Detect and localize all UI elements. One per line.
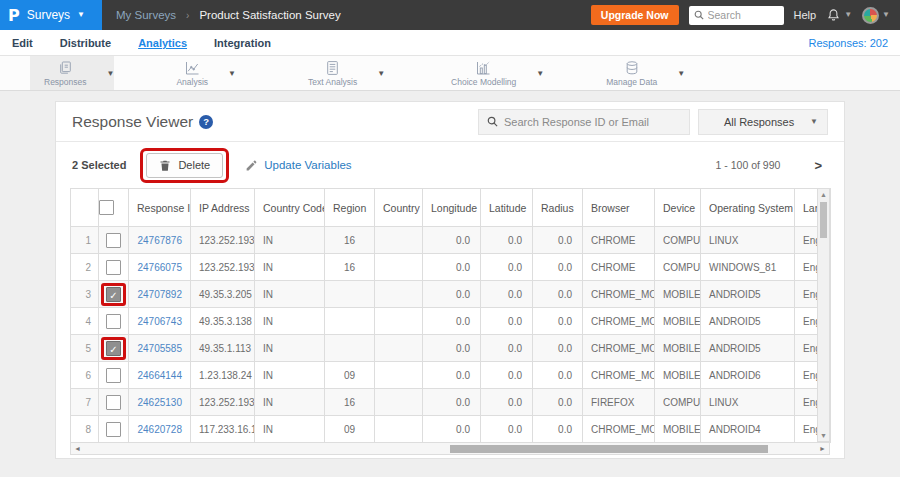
row-number: 1	[71, 227, 99, 254]
row-checkbox[interactable]	[106, 422, 121, 437]
pencil-icon	[245, 159, 258, 172]
account-menu[interactable]: ▼	[862, 7, 890, 24]
help-link[interactable]: Help	[794, 9, 817, 21]
survey-tab-bar: Edit Distribute Analytics Integration Re…	[0, 30, 900, 56]
annotation-highlight-checkbox: ✓	[101, 337, 126, 360]
col-browser[interactable]: Browser	[583, 189, 655, 227]
surveys-menu[interactable]: P Surveys ▼	[0, 0, 102, 30]
col-ip-address[interactable]: IP Address	[191, 189, 255, 227]
radius-cell: 0.0	[533, 281, 583, 308]
table-row: 224766075123.252.193.148IN160.00.00.0CHR…	[71, 254, 831, 281]
col-response-id[interactable]: Response ID	[129, 189, 191, 227]
response-id-link[interactable]: 24705585	[138, 343, 183, 354]
row-number: 6	[71, 362, 99, 389]
col-region[interactable]: Region	[325, 189, 375, 227]
horizontal-scroll-thumb[interactable]	[450, 445, 768, 453]
trash-icon	[159, 159, 171, 172]
response-search[interactable]	[478, 109, 690, 135]
vertical-scrollbar[interactable]: ▲ ▼	[817, 188, 830, 442]
longitude-cell: 0.0	[423, 254, 481, 281]
global-search[interactable]	[689, 6, 784, 25]
ip-address-cell: 123.252.193.148	[191, 227, 255, 254]
col-country-code[interactable]: Country Code	[255, 189, 325, 227]
col-latitude[interactable]: Latitude	[481, 189, 533, 227]
delete-button[interactable]: Delete	[146, 153, 223, 178]
tab-integration[interactable]: Integration	[214, 37, 271, 49]
scroll-right-icon[interactable]: ►	[819, 443, 826, 454]
tab-analytics[interactable]: Analytics	[138, 37, 187, 49]
latitude-cell: 0.0	[481, 308, 533, 335]
response-id-link[interactable]: 24707892	[138, 289, 183, 300]
response-search-input[interactable]	[504, 116, 674, 128]
radius-cell: 0.0	[533, 416, 583, 443]
annotation-highlight-delete: Delete	[140, 148, 229, 183]
responses-filter-dropdown[interactable]: All Responses ▼	[698, 109, 828, 135]
scroll-down-icon[interactable]: ▼	[818, 432, 829, 439]
row-number-header	[71, 189, 99, 227]
radius-cell: 0.0	[533, 362, 583, 389]
pagination-next-icon[interactable]: >	[814, 158, 822, 173]
ip-address-cell: 49.35.1.113	[191, 335, 255, 362]
longitude-cell: 0.0	[423, 389, 481, 416]
manage-data-icon	[624, 60, 640, 76]
annotation-highlight-checkbox: ✓	[101, 283, 126, 306]
row-checkbox[interactable]	[106, 314, 121, 329]
longitude-cell: 0.0	[423, 308, 481, 335]
toolbar-analysis[interactable]: Analysis ▼	[162, 56, 236, 90]
col-device[interactable]: Device	[655, 189, 701, 227]
breadcrumb-my-surveys[interactable]: My Surveys	[116, 9, 176, 21]
browser-cell: CHROME	[583, 227, 655, 254]
row-checkbox[interactable]	[106, 368, 121, 383]
notifications-menu[interactable]: ▼	[826, 8, 852, 23]
response-id-link[interactable]: 24620728	[138, 424, 183, 435]
chevron-down-icon: ▼	[107, 69, 115, 78]
row-checkbox[interactable]	[106, 260, 121, 275]
ip-address-cell: 123.252.193.148	[191, 254, 255, 281]
upgrade-now-button[interactable]: Upgrade Now	[591, 5, 679, 25]
search-icon	[694, 10, 704, 20]
toolbar-text-analysis[interactable]: Text Analysis ▼	[294, 56, 385, 90]
os-cell: ANDROID5	[701, 281, 795, 308]
response-id-link[interactable]: 24625130	[138, 397, 183, 408]
global-search-input[interactable]	[708, 9, 778, 21]
row-checkbox[interactable]	[106, 395, 121, 410]
top-navigation: P Surveys ▼ My Surveys › Product Satisfa…	[0, 0, 900, 30]
latitude-cell: 0.0	[481, 335, 533, 362]
device-cell: COMPUTER	[655, 227, 701, 254]
vertical-scroll-thumb[interactable]	[820, 202, 827, 238]
tab-distribute[interactable]: Distribute	[60, 37, 111, 49]
row-checkbox[interactable]: ✓	[106, 341, 121, 356]
response-id-link[interactable]: 24664144	[138, 370, 183, 381]
country-cell	[375, 335, 423, 362]
browser-cell: CHROME	[583, 254, 655, 281]
response-id-link[interactable]: 24767876	[138, 235, 183, 246]
col-longitude[interactable]: Longitude	[423, 189, 481, 227]
chevron-down-icon: ▼	[844, 11, 852, 19]
row-checkbox[interactable]	[106, 233, 121, 248]
update-variables-link[interactable]: Update Variables	[245, 159, 351, 172]
os-cell: ANDROID5	[701, 335, 795, 362]
horizontal-scrollbar[interactable]: ◄ ►	[70, 443, 830, 455]
toolbar-responses[interactable]: Responses ▼	[30, 56, 114, 90]
row-checkbox[interactable]: ✓	[106, 287, 121, 302]
select-all-checkbox[interactable]	[99, 200, 114, 215]
bell-icon	[826, 8, 841, 23]
col-radius[interactable]: Radius	[533, 189, 583, 227]
chevron-down-icon: ▼	[228, 69, 236, 78]
tab-edit[interactable]: Edit	[12, 37, 33, 49]
response-id-link[interactable]: 24706743	[138, 316, 183, 327]
search-icon	[487, 116, 498, 127]
response-id-link[interactable]: 24766075	[138, 262, 183, 273]
col-country[interactable]: Country	[375, 189, 423, 227]
scroll-left-icon[interactable]: ◄	[74, 443, 81, 454]
scroll-up-icon[interactable]: ▲	[818, 191, 829, 198]
toolbar-choice-modelling[interactable]: Choice Modelling ▼	[437, 56, 544, 90]
country-code-cell: IN	[255, 281, 325, 308]
latitude-cell: 0.0	[481, 362, 533, 389]
table-row: 5✓2470558549.35.1.113IN0.00.00.0CHROME_M…	[71, 335, 831, 362]
responses-count-badge[interactable]: Responses: 202	[809, 37, 889, 49]
help-icon[interactable]: ?	[199, 115, 213, 129]
col-operating-system[interactable]: Operating System	[701, 189, 795, 227]
toolbar-manage-data[interactable]: Manage Data ▼	[592, 56, 685, 90]
card-header: Response Viewer ? All Responses ▼	[56, 102, 844, 142]
